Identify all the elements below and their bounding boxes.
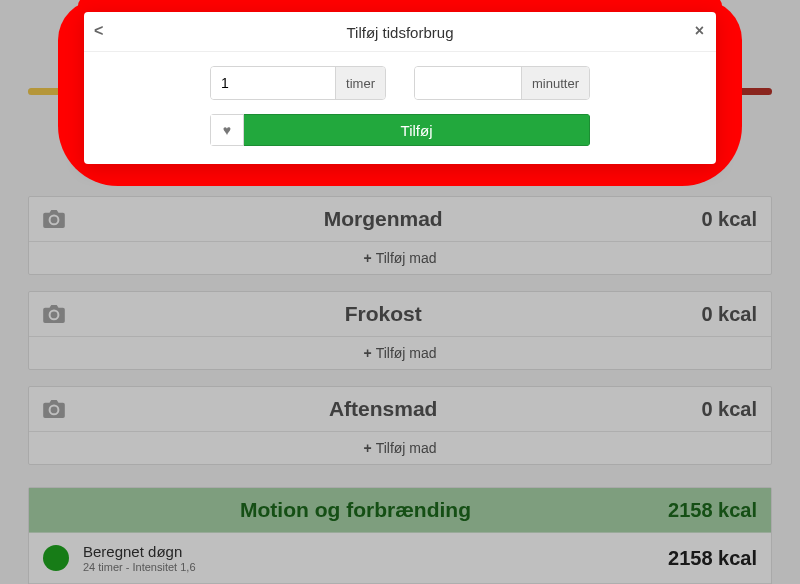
back-button[interactable]: < — [94, 22, 103, 40]
minutes-unit-label: minutter — [521, 67, 589, 99]
favorite-button[interactable]: ♥ — [210, 114, 244, 146]
add-time-modal: < Tilføj tidsforbrug × timer minutter ♥ … — [84, 12, 716, 164]
hours-input-group: timer — [210, 66, 386, 100]
hours-unit-label: timer — [335, 67, 385, 99]
minutes-input[interactable] — [415, 67, 521, 99]
minutes-input-group: minutter — [414, 66, 590, 100]
close-button[interactable]: × — [695, 22, 704, 40]
add-button[interactable]: Tilføj — [244, 114, 590, 146]
modal-title: Tilføj tidsforbrug — [94, 24, 706, 41]
hours-input[interactable] — [211, 67, 335, 99]
add-button-label: Tilføj — [401, 122, 433, 139]
heart-icon: ♥ — [223, 122, 231, 138]
